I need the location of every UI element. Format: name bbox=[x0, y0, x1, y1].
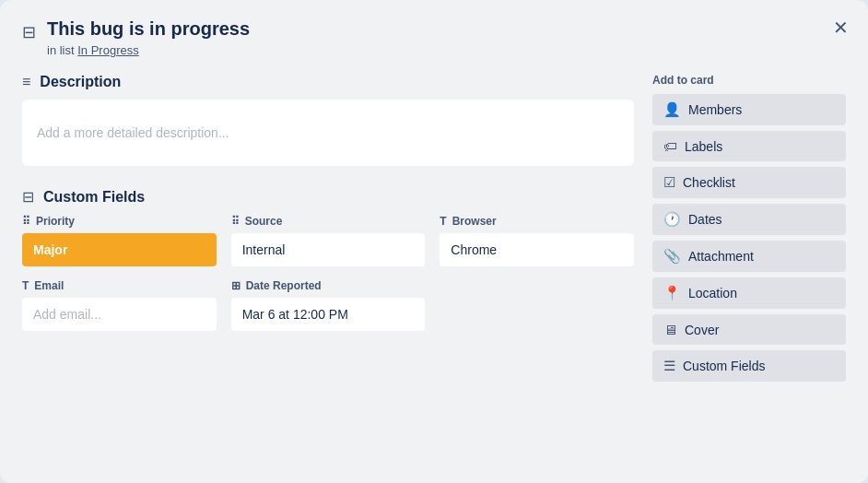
sidebar-label-dates: Dates bbox=[688, 212, 722, 227]
sidebar-buttons: 👤 Members 🏷 Labels ☑ Checklist 🕐 Dates 📎… bbox=[652, 94, 846, 382]
field-label-text-date_reported: Date Reported bbox=[246, 279, 322, 292]
field-group-browser: T Browser Chrome bbox=[440, 215, 634, 266]
field-icon-email: T bbox=[22, 279, 29, 292]
field-label-priority: ⠿ Priority bbox=[22, 215, 217, 228]
description-section: ≡ Description Add a more detailed descri… bbox=[22, 74, 634, 166]
sidebar-btn-cover[interactable]: 🖥 Cover bbox=[652, 314, 846, 345]
description-input[interactable]: Add a more detailed description... bbox=[22, 100, 634, 166]
field-label-browser: T Browser bbox=[440, 215, 634, 228]
modal-body: ≡ Description Add a more detailed descri… bbox=[22, 74, 846, 387]
card-icon: ⊟ bbox=[22, 22, 36, 42]
sidebar-btn-location[interactable]: 📍 Location bbox=[652, 277, 846, 309]
field-value-priority[interactable]: Major bbox=[22, 233, 217, 266]
close-button[interactable]: ✕ bbox=[826, 13, 855, 42]
field-icon-date_reported: ⊞ bbox=[231, 279, 240, 292]
field-group-source: ⠿ Source Internal bbox=[231, 215, 426, 266]
field-value-browser[interactable]: Chrome bbox=[440, 233, 634, 266]
main-content: ≡ Description Add a more detailed descri… bbox=[22, 74, 634, 387]
header-content: This bug is in progress in list In Progr… bbox=[47, 18, 809, 57]
sidebar-btn-dates[interactable]: 🕐 Dates bbox=[652, 204, 846, 235]
sidebar-label-checklist: Checklist bbox=[683, 175, 735, 190]
sidebar-icon-checklist: ☑ bbox=[663, 174, 675, 191]
modal-header: ⊟ This bug is in progress in list In Pro… bbox=[22, 18, 846, 57]
add-to-card-label: Add to card bbox=[652, 74, 846, 87]
sidebar: Add to card 👤 Members 🏷 Labels ☑ Checkli… bbox=[652, 74, 846, 387]
modal-subtitle: in list In Progress bbox=[47, 43, 809, 57]
field-group-date_reported: ⊞ Date Reported Mar 6 at 12:00 PM bbox=[231, 279, 426, 331]
sidebar-btn-labels[interactable]: 🏷 Labels bbox=[652, 131, 846, 161]
field-label-text-source: Source bbox=[245, 215, 283, 228]
field-value-source[interactable]: Internal bbox=[231, 233, 426, 266]
sidebar-label-labels: Labels bbox=[685, 139, 722, 154]
field-label-source: ⠿ Source bbox=[231, 215, 426, 228]
field-value-date_reported[interactable]: Mar 6 at 12:00 PM bbox=[231, 298, 426, 331]
sidebar-btn-attachment[interactable]: 📎 Attachment bbox=[652, 241, 846, 272]
field-value-email[interactable]: Add email... bbox=[22, 298, 217, 331]
sidebar-icon-location: 📍 bbox=[663, 285, 681, 301]
modal-container: ✕ ⊟ This bug is in progress in list In P… bbox=[0, 0, 868, 483]
field-label-date_reported: ⊞ Date Reported bbox=[231, 279, 426, 292]
field-icon-browser: T bbox=[440, 215, 446, 228]
field-label-text-email: Email bbox=[34, 279, 64, 292]
field-label-email: T Email bbox=[22, 279, 217, 292]
sidebar-label-custom-fields: Custom Fields bbox=[683, 359, 765, 373]
description-icon: ≡ bbox=[22, 74, 30, 90]
sidebar-label-members: Members bbox=[688, 102, 742, 117]
field-label-text-priority: Priority bbox=[36, 215, 75, 228]
sidebar-icon-dates: 🕐 bbox=[663, 211, 681, 228]
sidebar-icon-custom-fields: ☰ bbox=[663, 358, 675, 374]
sidebar-label-cover: Cover bbox=[685, 323, 719, 337]
field-label-text-browser: Browser bbox=[452, 215, 497, 228]
sidebar-icon-members: 👤 bbox=[663, 101, 681, 118]
custom-fields-header: ⊟ Custom Fields bbox=[22, 188, 634, 206]
field-group-email: T Email Add email... bbox=[22, 279, 217, 331]
list-link[interactable]: In Progress bbox=[77, 43, 138, 57]
sidebar-btn-checklist[interactable]: ☑ Checklist bbox=[652, 167, 846, 198]
field-icon-source: ⠿ bbox=[231, 215, 240, 228]
sidebar-icon-labels: 🏷 bbox=[663, 138, 677, 154]
custom-fields-title: Custom Fields bbox=[43, 189, 145, 206]
custom-fields-section: ⊟ Custom Fields ⠿ Priority Major ⠿ Sourc… bbox=[22, 188, 634, 331]
field-icon-priority: ⠿ bbox=[22, 215, 30, 228]
field-group-priority: ⠿ Priority Major bbox=[22, 215, 217, 266]
sidebar-icon-cover: 🖥 bbox=[663, 322, 677, 337]
sidebar-label-attachment: Attachment bbox=[688, 249, 754, 264]
description-title: Description bbox=[40, 74, 121, 90]
description-header: ≡ Description bbox=[22, 74, 634, 90]
sidebar-label-location: Location bbox=[688, 286, 737, 300]
custom-fields-grid: ⠿ Priority Major ⠿ Source Internal T Bro… bbox=[22, 215, 634, 331]
modal-title: This bug is in progress bbox=[47, 18, 809, 40]
custom-fields-icon: ⊟ bbox=[22, 188, 34, 206]
sidebar-btn-members[interactable]: 👤 Members bbox=[652, 94, 846, 125]
sidebar-icon-attachment: 📎 bbox=[663, 248, 681, 265]
sidebar-btn-custom-fields[interactable]: ☰ Custom Fields bbox=[652, 350, 846, 382]
